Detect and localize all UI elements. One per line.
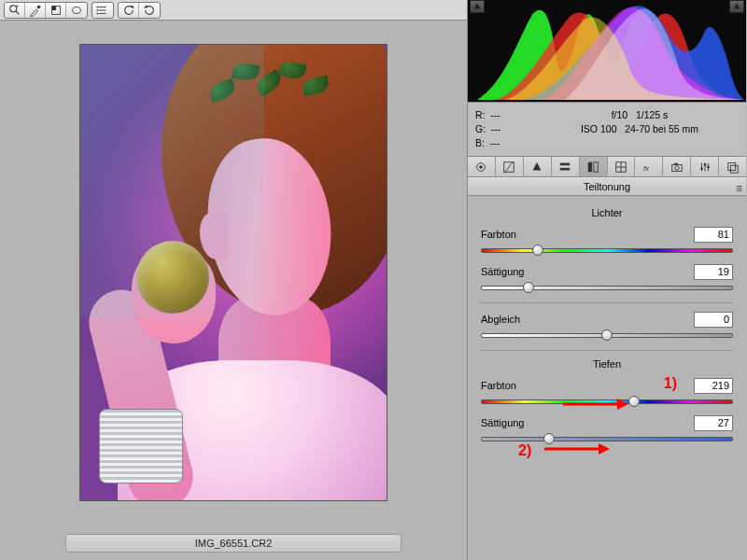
- slider-thumb[interactable]: [628, 396, 640, 407]
- tab-snapshots[interactable]: [719, 157, 746, 176]
- shadow-clip-toggle[interactable]: [470, 0, 485, 13]
- metadata-readout: R: --- G: --- B: --- f/10 1/125 s ISO 10…: [468, 103, 746, 157]
- highlights-sat-label: Sättigung: [481, 266, 694, 277]
- annotation-arrow-2: [544, 442, 610, 455]
- svg-point-31: [700, 167, 703, 170]
- svg-point-15: [480, 165, 484, 169]
- panel-tab-strip: fx: [468, 157, 746, 177]
- svg-rect-27: [674, 162, 678, 164]
- shadows-sat-input[interactable]: [694, 415, 733, 431]
- panel-title: Teiltonung: [584, 181, 630, 192]
- shadows-hue-slider[interactable]: [481, 396, 733, 407]
- readout-g-value: ---: [491, 123, 501, 134]
- balance-input[interactable]: [694, 312, 733, 328]
- separator: [481, 302, 733, 303]
- svg-point-6: [73, 7, 81, 13]
- tool-wb-eyedropper[interactable]: [25, 3, 46, 18]
- histogram[interactable]: [468, 0, 746, 103]
- highlights-sat-input[interactable]: [694, 264, 733, 280]
- readout-g-label: G:: [475, 123, 486, 134]
- highlights-heading: Lichter: [481, 207, 733, 218]
- image-preview-area[interactable]: [0, 21, 467, 530]
- readout-b-value: ---: [490, 137, 500, 148]
- shadows-sat-slider[interactable]: [481, 433, 733, 444]
- tab-lens[interactable]: [608, 157, 636, 176]
- highlights-hue-slider[interactable]: [481, 245, 733, 256]
- shadows-hue-input[interactable]: [694, 378, 733, 394]
- svg-point-10: [96, 6, 98, 7]
- exif-lens: 24-70 bei 55 mm: [625, 123, 698, 134]
- preview-image[interactable]: [79, 44, 388, 501]
- readout-r-value: ---: [490, 109, 500, 120]
- tool-redeye[interactable]: [92, 3, 113, 18]
- panel-title-bar: Teiltonung ≡: [468, 177, 746, 196]
- tool-zoom[interactable]: +: [5, 3, 25, 18]
- exif-iso: ISO 100: [581, 123, 617, 134]
- highlights-hue-label: Farbton: [481, 229, 694, 240]
- highlights-hue-input[interactable]: [694, 227, 733, 243]
- highlights-hue-row: Farbton: [481, 226, 733, 256]
- svg-point-33: [707, 165, 710, 168]
- svg-rect-34: [727, 162, 735, 170]
- separator: [481, 350, 733, 351]
- tool-crop[interactable]: [66, 3, 87, 18]
- slider-thumb[interactable]: [601, 329, 613, 341]
- svg-text:+: +: [15, 4, 18, 8]
- balance-row: Abgleich: [481, 311, 733, 341]
- svg-point-26: [675, 165, 679, 169]
- tab-fx[interactable]: fx: [635, 157, 663, 176]
- svg-point-11: [96, 9, 98, 11]
- shadows-sat-row: Sättigung 2): [481, 414, 733, 444]
- svg-line-1: [15, 10, 19, 14]
- tool-rotate-cw[interactable]: [139, 3, 160, 18]
- tab-basic[interactable]: [468, 157, 496, 176]
- shadows-hue-label: Farbton: [481, 380, 694, 391]
- shadows-sat-label: Sättigung: [481, 417, 694, 428]
- balance-label: Abgleich: [481, 314, 694, 325]
- panel-body: Lichter Farbton Sättigung: [468, 196, 746, 560]
- slider-thumb[interactable]: [543, 433, 555, 444]
- svg-point-32: [703, 163, 706, 166]
- svg-rect-18: [560, 167, 571, 170]
- exif-shutter: 1/125 s: [636, 109, 668, 120]
- tab-curve[interactable]: [496, 157, 524, 176]
- balance-slider[interactable]: [481, 329, 733, 341]
- shadows-heading: Tiefen: [481, 358, 733, 370]
- slider-thumb[interactable]: [523, 282, 534, 293]
- svg-rect-17: [560, 162, 571, 165]
- slider-thumb[interactable]: [532, 245, 543, 256]
- shadows-hue-row: Farbton 1): [481, 377, 733, 407]
- svg-point-12: [96, 12, 98, 14]
- filename-bar: IMG_66551.CR2: [65, 534, 402, 553]
- annotation-2: 2): [518, 442, 531, 459]
- highlights-sat-row: Sättigung: [481, 263, 733, 293]
- svg-rect-20: [594, 161, 598, 172]
- tool-color-sampler[interactable]: [46, 3, 66, 18]
- tab-presets[interactable]: [691, 157, 719, 176]
- svg-rect-19: [588, 161, 592, 172]
- tab-detail[interactable]: [524, 157, 552, 176]
- tool-rotate-ccw[interactable]: [119, 3, 139, 18]
- svg-rect-35: [730, 165, 738, 173]
- svg-rect-5: [51, 6, 55, 9]
- readout-r-label: R:: [475, 109, 486, 120]
- tab-camera[interactable]: [663, 157, 691, 176]
- readout-b-label: B:: [475, 137, 485, 148]
- exif-aperture: f/10: [612, 109, 628, 120]
- svg-point-3: [36, 5, 40, 8]
- highlights-sat-slider[interactable]: [481, 282, 733, 293]
- toolbar: +: [0, 0, 467, 21]
- highlight-clip-toggle[interactable]: [729, 0, 744, 13]
- svg-text:fx: fx: [643, 163, 650, 172]
- tab-split-toning[interactable]: [580, 157, 608, 176]
- tab-hsl[interactable]: [552, 157, 580, 176]
